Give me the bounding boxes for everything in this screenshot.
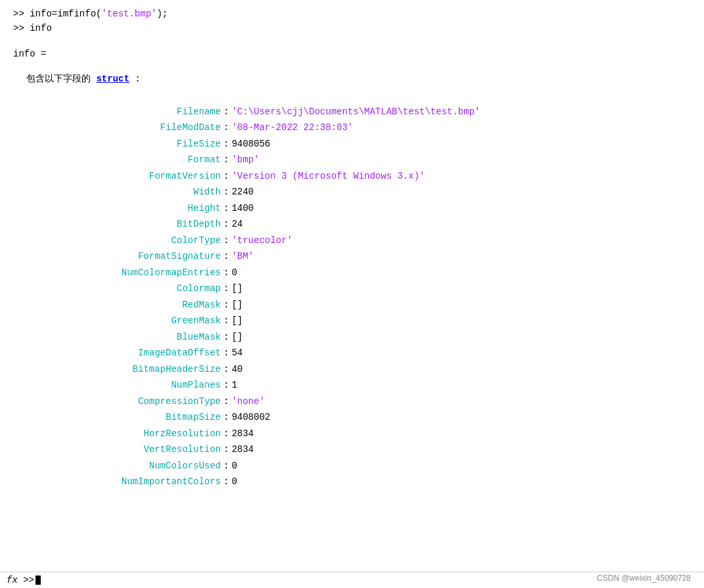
field-value: 'truecolor' xyxy=(231,233,292,249)
field-colon: : xyxy=(223,426,229,442)
field-row: NumPlanes: 1 xyxy=(13,377,691,394)
field-colon: : xyxy=(223,265,229,281)
struct-colon-text: : xyxy=(135,74,140,84)
field-colon: : xyxy=(223,120,229,136)
field-value: 2240 xyxy=(231,184,254,200)
field-row: NumColormapEntries: 0 xyxy=(13,265,691,281)
field-name: HorzResolution xyxy=(13,426,223,442)
field-value: 9408056 xyxy=(231,136,270,152)
field-colon: : xyxy=(223,377,229,394)
output-var-line: info = xyxy=(13,47,691,61)
field-name: FormatSignature xyxy=(13,248,223,265)
field-colon: : xyxy=(223,458,229,474)
field-block: Filename: 'C:\Users\cjj\Documents\MATLAB… xyxy=(13,104,691,490)
field-value: [] xyxy=(231,297,243,313)
field-row: ColorType: 'truecolor' xyxy=(13,233,691,249)
field-value: 0 xyxy=(231,458,237,474)
watermark: CSDN @weixin_45090728 xyxy=(597,574,691,583)
field-row: FileSize: 9408056 xyxy=(13,136,691,152)
field-colon: : xyxy=(223,474,229,490)
field-name: CompressionType xyxy=(13,394,223,410)
field-colon: : xyxy=(223,184,229,200)
field-value: 9408002 xyxy=(231,409,270,426)
field-row: Colormap: [] xyxy=(13,281,691,297)
field-colon: : xyxy=(223,248,229,265)
field-name: GreenMask xyxy=(13,313,223,329)
field-colon: : xyxy=(223,104,229,120)
field-name: NumColorsUsed xyxy=(13,458,223,474)
field-name: RedMask xyxy=(13,297,223,313)
field-value: 2834 xyxy=(231,426,254,442)
field-name: BitDepth xyxy=(13,216,223,233)
field-name: BitmapSize xyxy=(13,409,223,426)
field-row: FormatSignature: 'BM' xyxy=(13,248,691,265)
command-2: info xyxy=(30,21,52,35)
field-name: Colormap xyxy=(13,281,223,297)
field-value: 'none' xyxy=(231,394,264,410)
cursor xyxy=(35,576,41,585)
field-colon: : xyxy=(223,345,229,361)
field-row: Width: 2240 xyxy=(13,184,691,200)
output-var: info = xyxy=(13,47,46,61)
field-row: GreenMask: [] xyxy=(13,313,691,329)
field-row: CompressionType: 'none' xyxy=(13,394,691,410)
field-row: ImageDataOffset: 54 xyxy=(13,345,691,361)
field-name: BlueMask xyxy=(13,329,223,346)
prompt-1: >> xyxy=(13,7,30,21)
field-row: NumColorsUsed: 0 xyxy=(13,458,691,474)
field-value: 54 xyxy=(231,345,243,361)
field-row: NumImportantColors: 0 xyxy=(13,474,691,490)
field-colon: : xyxy=(223,216,229,233)
field-name: FormatVersion xyxy=(13,168,223,185)
command-line-2: >> info xyxy=(13,21,691,35)
field-name: Height xyxy=(13,200,223,217)
field-row: BitmapSize: 9408002 xyxy=(13,409,691,426)
prompt-2: >> xyxy=(13,21,30,35)
field-name: NumColormapEntries xyxy=(13,265,223,281)
field-value: 1400 xyxy=(231,200,254,217)
field-colon: : xyxy=(223,409,229,426)
field-row: Format: 'bmp' xyxy=(13,152,691,168)
field-value: 24 xyxy=(231,216,243,233)
field-colon: : xyxy=(223,329,229,346)
field-colon: : xyxy=(223,168,229,185)
field-value: 0 xyxy=(231,265,237,281)
field-value: 'bmp' xyxy=(231,152,259,168)
field-value: 0 xyxy=(231,474,237,490)
struct-description-line: 包含以下字段的 struct : xyxy=(26,72,691,86)
field-name: VertResolution xyxy=(13,441,223,458)
field-value: 40 xyxy=(231,361,243,378)
field-name: Format xyxy=(13,152,223,168)
field-name: NumImportantColors xyxy=(13,474,223,490)
field-colon: : xyxy=(223,233,229,249)
field-colon: : xyxy=(223,297,229,313)
field-row: BlueMask: [] xyxy=(13,329,691,346)
field-name: BitmapHeaderSize xyxy=(13,361,223,378)
command-line-1: >> info=imfinfo('test.bmp'); xyxy=(13,7,691,21)
field-name: FileModDate xyxy=(13,120,223,136)
field-name: Filename xyxy=(13,104,223,120)
field-value: [] xyxy=(231,281,243,297)
command-1: info=imfinfo('test.bmp'); xyxy=(30,7,168,21)
field-colon: : xyxy=(223,361,229,378)
field-name: NumPlanes xyxy=(13,377,223,394)
field-row: BitmapHeaderSize: 40 xyxy=(13,361,691,378)
field-row: RedMask: [] xyxy=(13,297,691,313)
field-row: FormatVersion: 'Version 3 (Microsoft Win… xyxy=(13,168,691,185)
field-row: BitDepth: 24 xyxy=(13,216,691,233)
field-row: HorzResolution: 2834 xyxy=(13,426,691,442)
field-row: FileModDate: '08-Mar-2022 22:38:03' xyxy=(13,120,691,136)
field-value: 'Version 3 (Microsoft Windows 3.x)' xyxy=(231,168,425,185)
struct-keyword: struct xyxy=(96,74,129,84)
field-value: [] xyxy=(231,329,243,346)
field-name: Width xyxy=(13,184,223,200)
field-name: ColorType xyxy=(13,233,223,249)
fx-prompt: fx >> xyxy=(7,575,34,585)
field-value: '08-Mar-2022 22:38:03' xyxy=(231,120,353,136)
field-colon: : xyxy=(223,394,229,410)
field-colon: : xyxy=(223,136,229,152)
field-value: 'C:\Users\cjj\Documents\MATLAB\test\test… xyxy=(231,104,480,120)
field-name: ImageDataOffset xyxy=(13,345,223,361)
blank-3 xyxy=(13,87,691,97)
blank-2 xyxy=(13,61,691,72)
